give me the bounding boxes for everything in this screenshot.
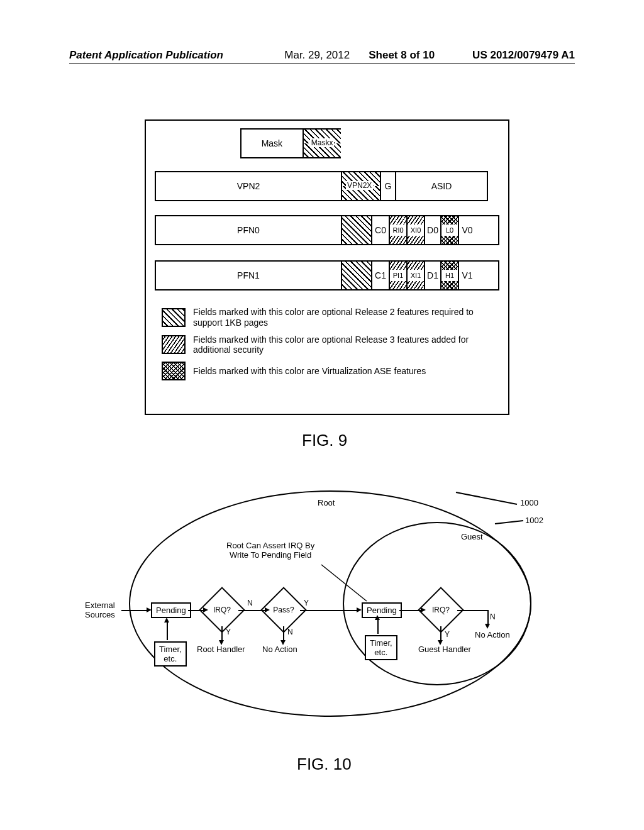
cell-vpn2x: VPN2X <box>342 172 381 200</box>
cell-l0: L0 <box>441 216 459 244</box>
fig9-caption: FIG. 9 <box>302 431 347 450</box>
assert-leader-line <box>318 561 380 605</box>
arrow-irq-guest-n-h <box>457 610 489 611</box>
svg-line-0 <box>456 492 517 504</box>
cell-pfn0: PFN0 <box>156 216 342 244</box>
arrowhead-icon <box>265 607 270 612</box>
node-irq-guest: IRQ? <box>425 594 457 626</box>
node-pending-guest: Pending <box>362 602 402 618</box>
hatch-back-icon <box>390 281 406 289</box>
arrowhead-icon <box>357 607 362 612</box>
arrowhead-icon <box>421 607 426 612</box>
arrowhead-icon <box>280 640 286 645</box>
label-assert-irq: Root Can Assert IRQ By Write To Pending … <box>226 541 314 560</box>
hatch-cross-icon <box>441 236 458 244</box>
node-timer-guest: Timer, etc. <box>365 635 397 660</box>
cell-c0: C0 <box>372 216 390 244</box>
maskx-label: Maskx <box>310 138 335 147</box>
header-publication: Patent Application Publication <box>69 49 284 62</box>
legend-row-virtualization: Fields marked with this color are Virtua… <box>162 362 492 380</box>
cell-g: G <box>381 172 396 200</box>
arrow-timer-to-pending-root <box>167 621 168 640</box>
arrowhead-icon <box>203 607 208 612</box>
arrowhead-icon <box>438 640 443 645</box>
hatch-back-icon <box>408 262 424 270</box>
node-irq-root: IRQ? <box>206 594 238 626</box>
label-root-handler: Root Handler <box>197 645 245 654</box>
h1-label: H1 <box>441 270 458 281</box>
fig9-row-vpn2: VPN2 VPN2X G ASID <box>155 171 488 201</box>
cell-v0: V0 <box>459 216 475 244</box>
fig9-row-mask: Mask Maskx <box>240 128 341 158</box>
node-pass: Pass? <box>267 594 300 626</box>
hatch-back-icon <box>408 236 424 244</box>
hatch-cross-icon <box>162 362 186 380</box>
label-no-action-guest: No Action <box>475 630 510 639</box>
irq-guest-label: IRQ? <box>432 606 450 614</box>
label-n-pass: N <box>287 628 293 636</box>
cell-mask: Mask <box>242 130 304 157</box>
cell-v1: V1 <box>459 262 475 289</box>
node-timer-root: Timer, etc. <box>154 641 187 667</box>
cell-ri0: RI0 <box>390 216 408 244</box>
arrow-irq-root-y <box>221 626 223 641</box>
arrowhead-icon <box>375 615 380 620</box>
fig9-container: Mask Maskx VPN2 VPN2X G ASID PFN0 C0 RI0… <box>145 119 509 415</box>
arrow-irq-guest-n-v <box>487 610 489 625</box>
arrowhead-icon <box>485 624 490 629</box>
hatch-icon <box>162 308 186 327</box>
cell-xi1: XI1 <box>408 262 425 289</box>
label-y-irq-guest: Y <box>445 630 450 639</box>
arrow-pending-to-irq-guest <box>399 610 423 611</box>
arrowhead-icon <box>164 617 169 622</box>
cell-d0: D0 <box>425 216 441 244</box>
label-y-irq-root: Y <box>226 628 231 636</box>
legend-text-release2: Fields marked with this color are option… <box>193 307 492 328</box>
arrowhead-icon <box>147 607 152 612</box>
header-sheet: Sheet 8 of 10 <box>369 49 435 62</box>
cell-maskx: Maskx <box>304 130 341 157</box>
legend-text-release3: Fields marked with this color are option… <box>193 335 492 356</box>
hatch-back-icon <box>390 216 406 224</box>
hatch-back-icon <box>390 236 406 244</box>
l0-label: L0 <box>441 224 458 236</box>
cell-vpn2: VPN2 <box>156 172 342 200</box>
ref-1002: 1002 <box>525 516 543 525</box>
arrow-irq-guest-y <box>440 626 441 641</box>
label-n-irq-guest: N <box>490 612 496 621</box>
svg-line-2 <box>321 565 367 601</box>
arrow-irq-to-pass <box>238 610 267 611</box>
cell-pi1: PI1 <box>390 262 408 289</box>
fig10-caption: FIG. 10 <box>297 755 352 774</box>
ref-1000: 1000 <box>520 498 538 507</box>
ri0-label: RI0 <box>390 224 406 236</box>
cell-d1: D1 <box>425 262 441 289</box>
legend-text-virtualization: Fields marked with this color are Virtua… <box>193 366 426 377</box>
page-header: Patent Application Publication Mar. 29, … <box>69 49 575 64</box>
svg-line-1 <box>495 521 523 524</box>
pi1-label: PI1 <box>390 270 406 281</box>
fig10-container: Root Guest 1000 1002 External Sources Ro… <box>85 490 538 742</box>
hatch-icon <box>342 216 372 244</box>
arrow-pass-n <box>283 626 284 641</box>
hatch-cross-icon <box>441 281 458 289</box>
hatch-icon <box>342 262 372 289</box>
header-date: Mar. 29, 2012 <box>284 49 350 62</box>
label-n-irq-root: N <box>247 599 253 607</box>
arrow-pass-to-pending-guest <box>300 610 359 611</box>
hatch-back-icon <box>162 335 186 354</box>
fig9-row-pfn0: PFN0 C0 RI0 XI0 D0 L0 V0 <box>155 215 499 245</box>
xi0-label: XI0 <box>408 224 424 236</box>
cell-c1: C1 <box>372 262 390 289</box>
cell-xi0: XI0 <box>408 216 425 244</box>
vpn2x-label: VPN2X <box>346 181 373 190</box>
hatch-back-icon <box>408 216 424 224</box>
cell-pfn1: PFN1 <box>156 262 342 289</box>
fig9-row-pfn1: PFN1 C1 PI1 XI1 D1 H1 V1 <box>155 260 499 290</box>
label-y-pass: Y <box>304 599 309 607</box>
label-guest-handler: Guest Handler <box>418 645 471 654</box>
hatch-back-icon <box>390 262 406 270</box>
arrow-ext-to-pending <box>121 610 149 611</box>
node-pending-root: Pending <box>151 602 191 618</box>
irq-root-label: IRQ? <box>213 606 231 614</box>
